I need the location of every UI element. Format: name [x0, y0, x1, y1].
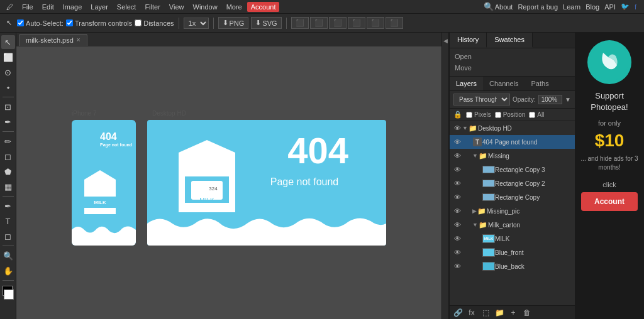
menu-api[interactable]: API — [604, 3, 616, 11]
selection-tool[interactable]: ⬜ — [1, 50, 15, 64]
left-collapse-panel[interactable]: ◀ — [441, 33, 449, 319]
tab-channels[interactable]: Channels — [483, 77, 525, 90]
shape-tool[interactable]: ◻ — [1, 229, 15, 243]
visibility-milk-layer[interactable]: 👁 — [452, 234, 462, 244]
layer-missing[interactable]: 👁 ▼ 📁 Missing — [450, 149, 575, 163]
distances-check[interactable]: Distances — [135, 19, 174, 27]
layer-missing-pic[interactable]: 👁 ▶ 📁 Missing_pic — [450, 204, 575, 218]
align-left-btn[interactable]: ⬛ — [291, 17, 309, 29]
menu-filter[interactable]: Filter — [141, 2, 164, 12]
pan-tool[interactable]: ✋ — [1, 264, 15, 278]
transform-check[interactable]: Transform controls — [66, 19, 132, 27]
context-move[interactable]: Move — [450, 62, 575, 73]
menu-window[interactable]: Window — [189, 2, 221, 12]
menu-report-bug[interactable]: Report a bug — [518, 3, 558, 11]
menu-learn[interactable]: Learn — [563, 3, 580, 11]
lock-pixels-checkbox[interactable] — [466, 112, 472, 118]
visibility-rect2[interactable]: 👁 — [452, 178, 462, 188]
layer-rect-copy2[interactable]: 👁 Rectangle Copy 2 — [450, 176, 575, 190]
tab-close-button[interactable]: × — [77, 36, 80, 43]
layer-desktop-hd[interactable]: 👁 ▼ 📁 Desktop HD — [450, 121, 575, 135]
distances-checkbox[interactable] — [135, 19, 142, 26]
menu-about[interactable]: About — [495, 3, 513, 11]
tab-swatches[interactable]: Swatches — [487, 33, 533, 48]
visibility-rect[interactable]: 👁 — [452, 192, 462, 202]
visibility-blue-front[interactable]: 👁 — [452, 247, 462, 257]
layer-404-text[interactable]: 👁 T 404 Page not found — [450, 135, 575, 149]
canvas-outer[interactable]: iPhone 7 Desktop HD MILK — [16, 46, 441, 319]
menu-edit[interactable]: Edit — [38, 2, 58, 12]
align-top-btn[interactable]: ⬛ — [348, 17, 365, 29]
move-tool[interactable]: ↖ — [1, 35, 15, 49]
menu-blog[interactable]: Blog — [586, 3, 599, 11]
menu-file[interactable]: File — [18, 2, 37, 12]
layer-milk-carton[interactable]: 👁 ▼ 📁 Milk_carton — [450, 218, 575, 232]
visibility-missing-pic[interactable]: 👁 — [452, 206, 462, 216]
blend-mode-select[interactable]: Pass Through Normal Multiply — [453, 94, 510, 105]
expand-missing[interactable]: ▼ — [472, 153, 478, 159]
search-icon[interactable]: 🔍 — [484, 2, 494, 11]
new-layer-btn[interactable]: + — [508, 307, 519, 318]
align-center-btn[interactable]: ⬛ — [310, 17, 328, 29]
expand-missing-pic[interactable]: ▶ — [472, 208, 477, 214]
brush-tool[interactable]: ✏ — [1, 134, 15, 148]
menu-more[interactable]: More — [223, 2, 246, 12]
menu-account[interactable]: Account — [247, 2, 280, 12]
auto-select-checkbox[interactable] — [17, 19, 24, 26]
collapse-left-icon[interactable]: ◀ — [443, 38, 448, 44]
add-effect-btn[interactable]: fx — [466, 307, 477, 318]
visibility-missing[interactable]: 👁 — [452, 151, 462, 161]
visibility-milk[interactable]: 👁 — [452, 220, 462, 230]
twitter-icon[interactable]: 🐦 — [621, 3, 630, 11]
crop-tool[interactable]: ⊡ — [1, 100, 15, 114]
layer-rect-copy[interactable]: 👁 Rectangle Copy — [450, 190, 575, 204]
layer-blue-front[interactable]: 👁 Blue_front — [450, 246, 575, 259]
zoom-select[interactable]: 1x — [184, 18, 209, 29]
magic-wand-tool[interactable]: ⋆ — [1, 80, 15, 94]
layer-milk[interactable]: 👁 MILK MILK — [450, 232, 575, 246]
export-svg-button[interactable]: ⬇ SVG — [251, 17, 281, 29]
layer-blue-back[interactable]: 👁 Blue_back — [450, 259, 575, 273]
eraser-tool[interactable]: ◻ — [1, 149, 15, 163]
ad-account-button[interactable]: Account — [581, 192, 638, 211]
align-right-btn[interactable]: ⬛ — [329, 17, 347, 29]
link-layers-btn[interactable]: 🔗 — [452, 307, 464, 318]
menu-image[interactable]: Image — [59, 2, 86, 12]
visibility-blue-back[interactable]: 👁 — [452, 261, 462, 271]
color-swatches[interactable] — [1, 286, 15, 300]
align-bottom-btn[interactable]: ⬛ — [386, 17, 403, 29]
align-middle-btn[interactable]: ⬛ — [367, 17, 384, 29]
tab-paths[interactable]: Paths — [525, 77, 555, 90]
visibility-desktop-hd[interactable]: 👁 — [452, 123, 462, 133]
menu-select[interactable]: Select — [113, 2, 140, 12]
layer-rect-copy3[interactable]: 👁 Rectangle Copy 3 — [450, 163, 575, 176]
opacity-dropdown-icon[interactable]: ▼ — [565, 96, 571, 103]
facebook-icon[interactable]: f — [635, 3, 636, 11]
pen-tool[interactable]: ✒ — [1, 199, 15, 213]
file-tab[interactable]: milk-sketch.psd × — [19, 34, 87, 46]
lock-all-checkbox[interactable] — [529, 112, 535, 118]
gradient-tool[interactable]: ▦ — [1, 180, 15, 193]
background-color[interactable] — [4, 289, 14, 300]
tab-history-visible[interactable]: History — [450, 33, 487, 48]
lock-position[interactable]: Position — [495, 111, 526, 118]
lock-position-checkbox[interactable] — [495, 112, 501, 118]
fill-tool[interactable]: ⬟ — [1, 165, 15, 178]
visibility-rect3[interactable]: 👁 — [452, 165, 462, 175]
menu-view[interactable]: View — [165, 2, 188, 12]
context-open[interactable]: Open — [450, 51, 575, 62]
visibility-404[interactable]: 👁 — [452, 137, 462, 147]
zoom-tool[interactable]: 🔍 — [1, 249, 15, 262]
lock-pixels[interactable]: Pixels — [466, 111, 491, 118]
new-group-btn[interactable]: 📁 — [494, 307, 505, 318]
menu-layer[interactable]: Layer — [87, 2, 112, 12]
add-mask-btn[interactable]: ⬚ — [480, 307, 491, 318]
export-png-button[interactable]: ⬇ PNG — [218, 17, 249, 29]
transform-checkbox[interactable] — [66, 19, 73, 26]
eyedropper-tool[interactable]: ✒ — [1, 115, 15, 129]
delete-layer-btn[interactable]: 🗑 — [521, 307, 533, 318]
tab-layers[interactable]: Layers — [450, 77, 483, 90]
expand-milk-carton[interactable]: ▼ — [472, 222, 478, 228]
lasso-tool[interactable]: ⊙ — [1, 65, 15, 79]
opacity-value[interactable]: 100% — [538, 95, 562, 104]
